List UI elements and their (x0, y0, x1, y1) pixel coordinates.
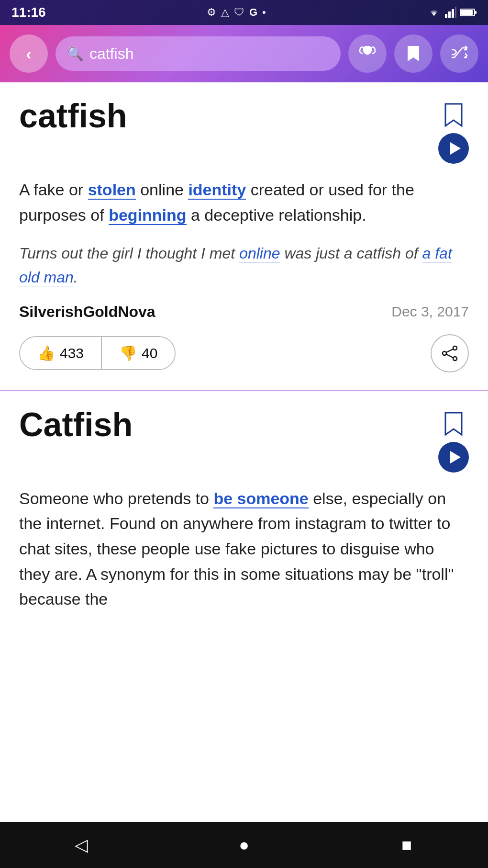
card-actions-1 (438, 101, 469, 164)
bottom-square-button[interactable]: ■ (388, 826, 426, 864)
search-icon: 🔍 (67, 46, 84, 62)
link-be-someone[interactable]: be someone (213, 489, 308, 508)
date-text-1: Dec 3, 2017 (391, 304, 469, 320)
thumbs-up-icon-1: 👍 (37, 345, 55, 361)
shuffle-button[interactable] (440, 34, 478, 73)
definition-card-1: catfish A fake or stolen online identity… (0, 82, 488, 391)
svg-point-10 (453, 357, 457, 361)
g-icon: G (249, 6, 257, 19)
bookmark-icon-1 (444, 103, 464, 127)
svg-marker-13 (450, 451, 461, 463)
link-old-man[interactable]: old man (19, 269, 74, 286)
main-content: catfish A fake or stolen online identity… (0, 82, 488, 822)
nav-bar: ‹ 🔍 (0, 25, 488, 82)
shuffle-icon (451, 45, 468, 62)
status-right-icons (427, 7, 477, 18)
svg-rect-0 (445, 14, 447, 18)
bookmark-button-1[interactable] (440, 101, 467, 128)
downvote-count-1: 40 (142, 345, 157, 361)
svg-rect-1 (448, 11, 451, 18)
share-icon-1 (442, 345, 458, 361)
definition-text-2: Someone who pretends to be someone else,… (19, 486, 469, 612)
play-icon-1 (447, 141, 462, 156)
back-button[interactable]: ‹ (10, 34, 48, 73)
link-stolen[interactable]: stolen (88, 180, 136, 200)
card-footer-1: 👍 433 👎 40 (19, 334, 469, 372)
play-button-2[interactable] (438, 442, 469, 473)
example-text-1: Turns out the girl I thought I met onlin… (19, 242, 469, 289)
svg-point-9 (443, 351, 446, 355)
upvote-count-1: 433 (60, 345, 84, 361)
downvote-button-1[interactable]: 👎 40 (102, 337, 175, 369)
play-icon-2 (447, 450, 462, 464)
svg-rect-5 (461, 10, 473, 15)
status-time: 11:16 (11, 5, 46, 20)
svg-line-11 (446, 349, 453, 352)
shield-icon: 🛡 (234, 6, 244, 19)
trophy-icon (359, 45, 376, 62)
signal-icon (445, 7, 456, 18)
share-button-1[interactable] (431, 334, 469, 372)
bookmark-button-2[interactable] (440, 410, 467, 437)
wifi-icon (427, 7, 441, 18)
author-name-1: SilverishGoldNova (19, 303, 155, 321)
search-input[interactable] (89, 45, 329, 63)
back-arrow-icon: ‹ (26, 45, 31, 63)
bottom-square-icon: ■ (401, 835, 412, 855)
upvote-button-1[interactable]: 👍 433 (20, 337, 102, 369)
vote-group-1: 👍 433 👎 40 (19, 336, 176, 370)
bottom-back-icon: ◁ (75, 835, 88, 855)
link-beginning[interactable]: beginning (109, 206, 186, 225)
svg-rect-3 (455, 7, 456, 18)
settings-icon: ⚙ (207, 6, 216, 19)
bookmark-nav-icon (406, 45, 421, 62)
alert-icon: △ (221, 6, 229, 19)
card-header-1: catfish (19, 98, 469, 164)
svg-point-8 (453, 346, 457, 350)
status-bar: 11:16 ⚙ △ 🛡 G • (0, 0, 488, 25)
word-title-2: Catfish (19, 406, 133, 443)
definition-text-1: A fake or stolen online identity created… (19, 177, 469, 227)
link-a-fat[interactable]: a fat (422, 245, 452, 262)
card-header-2: Catfish (19, 406, 469, 473)
bottom-nav: ◁ ● ■ (0, 822, 488, 868)
bottom-home-button[interactable]: ● (225, 826, 263, 864)
link-online[interactable]: online (239, 245, 280, 262)
thumbs-down-icon-1: 👎 (119, 345, 137, 361)
battery-icon (460, 8, 477, 17)
bookmark-nav-button[interactable] (394, 34, 433, 73)
svg-line-12 (446, 354, 453, 358)
definition-card-2: Catfish Someone who pretends to be someo… (0, 391, 488, 643)
svg-rect-6 (475, 11, 477, 14)
word-title-1: catfish (19, 98, 127, 135)
card-meta-1: SilverishGoldNova Dec 3, 2017 (19, 303, 469, 321)
card-actions-2 (438, 410, 469, 473)
status-icons: ⚙ △ 🛡 G • (207, 6, 266, 19)
bottom-back-button[interactable]: ◁ (62, 826, 100, 864)
bottom-home-icon: ● (239, 835, 249, 855)
dot-icon: • (262, 6, 266, 19)
svg-rect-2 (452, 9, 454, 18)
search-wrapper: 🔍 (55, 36, 341, 71)
trophy-button[interactable] (348, 34, 387, 73)
play-button-1[interactable] (438, 133, 469, 164)
svg-marker-7 (450, 142, 461, 155)
link-identity[interactable]: identity (188, 180, 246, 200)
bookmark-icon-2 (444, 412, 464, 436)
